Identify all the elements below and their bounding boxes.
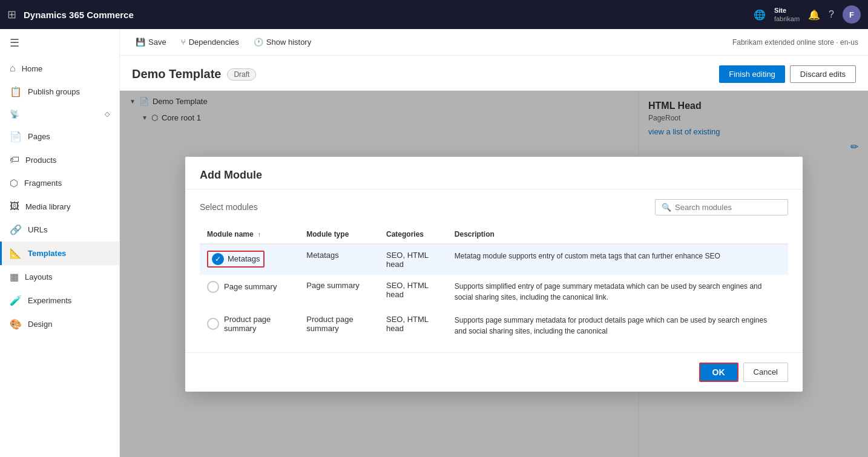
sidebar-item-channel[interactable]: 📡 ◇ xyxy=(0,104,119,125)
experiments-icon: 🧪 xyxy=(10,295,22,306)
bell-icon[interactable]: 🔔 xyxy=(808,9,820,21)
sidebar-item-products[interactable]: 🏷 Products xyxy=(0,148,119,171)
draft-badge: Draft xyxy=(227,68,256,81)
help-icon[interactable]: ? xyxy=(829,9,834,20)
modal-title: Add Module xyxy=(200,169,788,182)
avatar[interactable]: F xyxy=(843,5,861,24)
module-type: Metatags xyxy=(306,251,338,260)
hamburger-icon[interactable]: ☰ xyxy=(0,29,119,57)
design-icon: 🎨 xyxy=(10,318,22,330)
sidebar-item-templates[interactable]: 📐 Templates xyxy=(0,242,119,265)
module-type: Page summary xyxy=(306,281,359,290)
ok-button[interactable]: OK xyxy=(699,363,738,382)
dependencies-icon: ⑂ xyxy=(181,38,186,47)
modal-toolbar: Select modules 🔍 xyxy=(200,199,788,215)
layout: ☰ ⌂ Home 📋 Publish groups 📡 ◇ 📄 Pages 🏷 … xyxy=(0,29,868,457)
module-categories: SEO, HTML head xyxy=(386,251,429,269)
sidebar-item-media-library[interactable]: 🖼 Media library xyxy=(0,195,119,218)
page-title: Demo Template xyxy=(132,67,221,81)
urls-icon: 🔗 xyxy=(10,224,22,235)
col-header-categories: Categories xyxy=(379,225,447,244)
show-history-button[interactable]: 🕐 Show history xyxy=(248,35,317,50)
pages-icon: 📄 xyxy=(10,131,22,142)
sidebar-label-pages: Pages xyxy=(28,132,50,141)
modal-overlay: Add Module Select modules 🔍 xyxy=(120,91,868,457)
header-actions: Finish editing Discard edits xyxy=(719,65,856,83)
selected-row-border: ✓ Metatags xyxy=(207,251,265,268)
site-name: fabrikam xyxy=(774,15,800,23)
app-title: Dynamics 365 Commerce xyxy=(24,10,746,20)
save-label: Save xyxy=(148,38,166,47)
layouts-icon: ▦ xyxy=(10,271,19,283)
dependencies-button[interactable]: ⑂ Dependencies xyxy=(175,35,245,50)
modal-subtitle: Select modules xyxy=(200,202,258,212)
sidebar-item-pages[interactable]: 📄 Pages xyxy=(0,125,119,148)
topbar-right: 🌐 Site fabrikam 🔔 ? F xyxy=(754,5,861,24)
sidebar-item-urls[interactable]: 🔗 URLs xyxy=(0,218,119,242)
sidebar-label-home: Home xyxy=(22,64,43,73)
cancel-button[interactable]: Cancel xyxy=(743,363,788,382)
module-categories-cell: SEO, HTML head xyxy=(379,309,447,343)
table-row[interactable]: ✓ Metatags Metatags SEO, HTML head xyxy=(200,244,788,275)
add-module-modal: Add Module Select modules 🔍 xyxy=(185,157,803,392)
discard-edits-button[interactable]: Discard edits xyxy=(790,65,856,83)
sidebar-item-publish-groups[interactable]: 📋 Publish groups xyxy=(0,80,119,104)
module-description: Metatag module supports entry of custom … xyxy=(455,252,720,260)
module-description-cell: Metatag module supports entry of custom … xyxy=(447,244,788,275)
module-name: Page summary xyxy=(224,282,277,291)
content-body: ▼ 📄 Demo Template ▼ ⬡ Core root 1 HTML H… xyxy=(120,91,868,457)
check-circle-empty xyxy=(207,318,219,330)
module-categories: SEO, HTML head xyxy=(386,315,429,333)
module-categories: SEO, HTML head xyxy=(386,281,429,299)
table-row[interactable]: Page summary Page summary SEO, HTML head xyxy=(200,275,788,309)
templates-icon: 📐 xyxy=(10,248,22,259)
sidebar-item-layouts[interactable]: ▦ Layouts xyxy=(0,265,119,289)
history-icon: 🕐 xyxy=(254,38,263,47)
main-area: 💾 Save ⑂ Dependencies 🕐 Show history Fab… xyxy=(120,29,868,457)
table-row[interactable]: Product page summary Product page summar… xyxy=(200,309,788,343)
grid-icon[interactable]: ⊞ xyxy=(7,8,16,21)
home-icon: ⌂ xyxy=(10,63,16,74)
module-type: Product page summary xyxy=(306,315,353,333)
save-button[interactable]: 💾 Save xyxy=(130,35,173,50)
sidebar: ☰ ⌂ Home 📋 Publish groups 📡 ◇ 📄 Pages 🏷 … xyxy=(0,29,120,457)
toolbar: 💾 Save ⑂ Dependencies 🕐 Show history Fab… xyxy=(120,29,868,56)
sidebar-label-templates: Templates xyxy=(28,249,66,258)
site-info: Site fabrikam xyxy=(774,6,800,24)
sidebar-label-publish-groups: Publish groups xyxy=(28,87,80,96)
sidebar-label-products: Products xyxy=(25,156,56,165)
search-box[interactable]: 🔍 xyxy=(655,199,788,215)
products-icon: 🏷 xyxy=(10,154,19,165)
search-input[interactable] xyxy=(675,203,781,212)
module-type-cell: Page summary xyxy=(299,275,379,309)
sidebar-item-fragments[interactable]: ⬡ Fragments xyxy=(0,171,119,195)
sidebar-label-urls: URLs xyxy=(28,225,48,234)
module-name-cell: Product page summary xyxy=(200,309,299,343)
media-library-icon: 🖼 xyxy=(10,201,19,212)
fragments-icon: ⬡ xyxy=(10,177,18,189)
col-header-description: Description xyxy=(447,225,788,244)
check-circle-selected: ✓ xyxy=(212,253,224,265)
content-header: Demo Template Draft Finish editing Disca… xyxy=(120,56,868,91)
sidebar-label-experiments: Experiments xyxy=(28,296,71,305)
search-icon: 🔍 xyxy=(662,203,671,212)
module-description: Supports page summary metadata for produ… xyxy=(455,316,767,335)
module-categories-cell: SEO, HTML head xyxy=(379,244,447,275)
modal-header: Add Module xyxy=(185,157,803,189)
module-type-cell: Metatags xyxy=(299,244,379,275)
save-icon: 💾 xyxy=(136,38,145,47)
globe-icon[interactable]: 🌐 xyxy=(754,9,766,21)
sidebar-item-design[interactable]: 🎨 Design xyxy=(0,312,119,336)
sidebar-item-home[interactable]: ⌂ Home xyxy=(0,57,119,80)
channel-chevron-icon: ◇ xyxy=(105,110,110,118)
publish-groups-icon: 📋 xyxy=(10,86,22,97)
store-label: Fabrikam extended online store · en-us xyxy=(732,38,858,47)
finish-editing-button[interactable]: Finish editing xyxy=(719,65,785,83)
col-header-name: Module name ↑ xyxy=(200,225,299,244)
sidebar-item-experiments[interactable]: 🧪 Experiments xyxy=(0,289,119,312)
row-check: Product page summary xyxy=(207,315,292,333)
module-description-cell: Supports simplified entry of page summar… xyxy=(447,275,788,309)
module-name-cell: Page summary xyxy=(200,275,299,309)
module-name: Metatags xyxy=(228,254,260,263)
sort-arrow-icon: ↑ xyxy=(258,231,261,238)
